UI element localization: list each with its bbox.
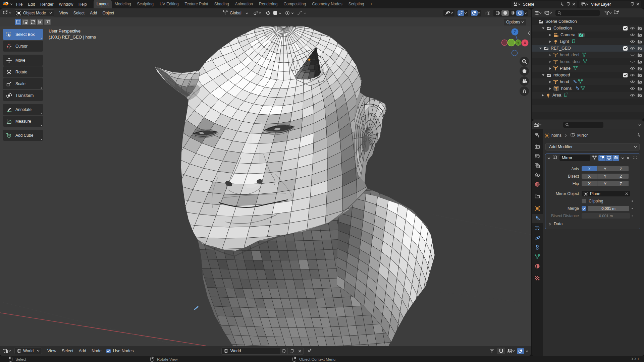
svg-text:Y: Y <box>517 41 519 45</box>
svg-text:X: X <box>524 41 526 45</box>
svg-text:Z: Z <box>514 30 516 34</box>
